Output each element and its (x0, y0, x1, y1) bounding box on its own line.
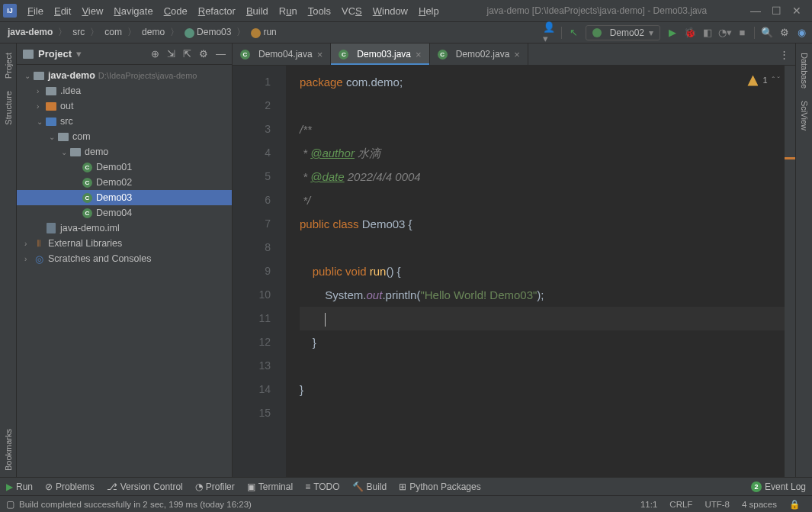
status-bar: ▢ Build completed successfully in 2 sec,… (0, 495, 812, 512)
warning-icon (747, 76, 758, 86)
stop-button[interactable]: ■ (737, 27, 748, 38)
tree-class-demo01[interactable]: CDemo01 (17, 159, 232, 175)
minimize-button[interactable]: — (750, 5, 761, 17)
panel-settings-icon[interactable]: ⚙ (199, 48, 208, 60)
breadcrumb[interactable]: java-demo 〉 src 〉 com 〉 demo 〉 Demo03 〉 … (5, 25, 280, 39)
settings-icon[interactable]: ⚙ (778, 27, 790, 38)
tool-event-log[interactable]: 2Event Log (751, 481, 806, 492)
tree-demo[interactable]: ⌄demo (17, 144, 232, 159)
search-icon[interactable]: 🔍 (761, 27, 772, 38)
tool-database[interactable]: Database (800, 47, 809, 95)
folder-icon (23, 50, 34, 59)
project-tree[interactable]: ⌄java-demoD:\IdeaProjects\java-demo ›.id… (17, 65, 232, 477)
readonly-lock-icon[interactable]: 🔒 (783, 499, 806, 510)
titlebar: IJ File Edit View Navigate Code Refactor… (0, 0, 812, 21)
tab-menu-icon[interactable]: ⋮ (779, 49, 789, 60)
tool-project[interactable]: Project (4, 47, 13, 85)
status-message: Build completed successfully in 2 sec, 1… (19, 500, 252, 509)
tool-problems[interactable]: ⊘Problems (45, 481, 95, 492)
status-indent[interactable]: 4 spaces (736, 500, 783, 509)
tree-class-demo02[interactable]: CDemo02 (17, 175, 232, 190)
menu-tools[interactable]: Tools (303, 4, 335, 18)
tree-class-demo03[interactable]: CDemo03 (17, 190, 232, 205)
status-position[interactable]: 11:1 (634, 500, 663, 509)
tree-src[interactable]: ⌄src (17, 114, 232, 129)
tab-label: Demo04.java (258, 49, 313, 60)
tool-build[interactable]: 🔨Build (352, 481, 387, 492)
status-encoding[interactable]: UTF-8 (698, 500, 736, 509)
close-button[interactable]: ✕ (792, 5, 801, 17)
ide-features-icon[interactable]: ◉ (796, 27, 807, 38)
debug-button[interactable]: 🐞 (684, 27, 695, 38)
maximize-button[interactable]: ☐ (772, 5, 782, 17)
user-icon[interactable]: 👤▾ (544, 27, 555, 38)
tree-class-demo04[interactable]: CDemo04 (17, 205, 232, 221)
close-icon[interactable]: × (317, 49, 323, 60)
code-editor[interactable]: 1 ˆ ˇ package com.demo; /** * @author 水滴… (286, 66, 785, 477)
tool-profiler[interactable]: ◔Profiler (195, 481, 235, 492)
menu-vcs[interactable]: VCS (337, 4, 367, 18)
status-line-sep[interactable]: CRLF (663, 500, 698, 509)
breadcrumb-method[interactable]: run (248, 25, 279, 39)
coverage-button[interactable]: ◧ (701, 27, 713, 38)
overview-ruler[interactable] (785, 66, 795, 477)
run-configuration-selector[interactable]: Demo02 ▾ (586, 25, 660, 40)
hide-panel-icon[interactable]: — (216, 48, 226, 60)
menu-refactor[interactable]: Refactor (194, 4, 240, 18)
bottom-tool-bar: ▶Run ⊘Problems ⎇Version Control ◔Profile… (0, 477, 812, 495)
tree-com[interactable]: ⌄com (17, 129, 232, 144)
hammer-icon[interactable]: ↖ (568, 27, 579, 38)
tree-external[interactable]: ›⫴External Libraries (17, 236, 232, 251)
tool-python[interactable]: ⊞Python Packages (399, 481, 480, 492)
project-panel: Project ▾ ⊕ ⇲ ⇱ ⚙ — ⌄java-demoD:\IdeaPro… (17, 43, 233, 477)
inspection-widget[interactable]: 1 ˆ ˇ (747, 69, 780, 92)
tool-structure[interactable]: Structure (4, 85, 13, 131)
run-button[interactable]: ▶ (666, 27, 678, 38)
close-icon[interactable]: × (416, 49, 422, 60)
breadcrumb-project[interactable]: java-demo (5, 25, 56, 39)
editor-tabs: CDemo04.java× CDemo03.java× CDemo02.java… (233, 43, 795, 66)
select-opened-icon[interactable]: ⊕ (151, 48, 159, 60)
menu-edit[interactable]: Edit (50, 4, 75, 18)
tab-demo04[interactable]: CDemo04.java× (233, 43, 331, 65)
left-tool-strip: Project Structure Bookmarks (0, 43, 17, 477)
tab-demo03[interactable]: CDemo03.java× (331, 43, 429, 65)
tab-demo02[interactable]: CDemo02.java× (430, 43, 528, 65)
tool-vcs[interactable]: ⎇Version Control (107, 481, 183, 492)
breadcrumb-demo[interactable]: demo (139, 25, 168, 39)
window-title: java-demo [D:\IdeaProjects\java-demo] - … (444, 5, 750, 16)
menubar: File Edit View Navigate Code Refactor Bu… (23, 4, 444, 18)
tool-todo[interactable]: ≡TODO (305, 481, 339, 492)
tree-iml[interactable]: java-demo.iml (17, 221, 232, 236)
tab-label: Demo02.java (456, 49, 510, 60)
collapse-all-icon[interactable]: ⇱ (183, 48, 191, 60)
close-icon[interactable]: × (514, 49, 520, 60)
profile-button[interactable]: ◔▾ (719, 27, 730, 38)
breadcrumb-com[interactable]: com (101, 25, 125, 39)
navigation-bar: java-demo 〉 src 〉 com 〉 demo 〉 Demo03 〉 … (0, 21, 812, 43)
tree-root[interactable]: ⌄java-demoD:\IdeaProjects\java-demo (17, 68, 232, 83)
status-window-icon[interactable]: ▢ (6, 499, 14, 510)
breadcrumb-class[interactable]: Demo03 (181, 25, 234, 39)
menu-navigate[interactable]: Navigate (109, 4, 157, 18)
menu-code[interactable]: Code (159, 4, 192, 18)
menu-help[interactable]: Help (414, 4, 444, 18)
tree-idea[interactable]: ›.idea (17, 83, 232, 98)
line-gutter[interactable]: 123456789101112131415 (233, 66, 286, 477)
tool-terminal[interactable]: ▣Terminal (247, 481, 293, 492)
tool-run[interactable]: ▶Run (6, 481, 33, 492)
tool-bookmarks[interactable]: Bookmarks (4, 423, 13, 477)
warning-count: 1 (762, 69, 767, 92)
menu-window[interactable]: Window (368, 4, 412, 18)
menu-run[interactable]: Run (274, 4, 302, 18)
menu-view[interactable]: View (77, 4, 108, 18)
expand-all-icon[interactable]: ⇲ (167, 48, 175, 60)
menu-build[interactable]: Build (242, 4, 273, 18)
breadcrumb-src[interactable]: src (69, 25, 88, 39)
tree-out[interactable]: ›out (17, 98, 232, 114)
tool-sciview[interactable]: SciView (800, 95, 809, 137)
menu-file[interactable]: File (23, 4, 48, 18)
tree-scratches[interactable]: ›◎Scratches and Consoles (17, 251, 232, 266)
editor-area: CDemo04.java× CDemo03.java× CDemo02.java… (233, 43, 795, 477)
right-tool-strip: Database SciView (795, 43, 812, 477)
